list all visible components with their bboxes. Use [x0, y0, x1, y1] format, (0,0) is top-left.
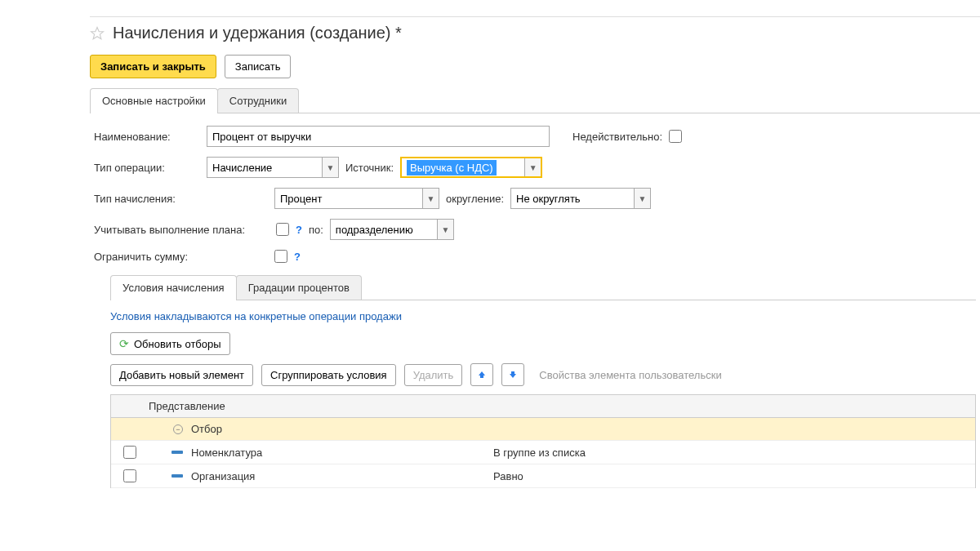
minus-icon: [172, 474, 183, 478]
arrow-up-icon: [477, 370, 487, 380]
table-row[interactable]: Организация Равно: [111, 464, 975, 488]
rounding-select[interactable]: ▼: [510, 188, 651, 209]
op-type-input[interactable]: [207, 158, 322, 177]
table-row-group[interactable]: − Отбор: [111, 418, 975, 441]
dropdown-icon[interactable]: ▼: [524, 158, 541, 176]
col-checkbox: [118, 400, 142, 412]
op-type-select[interactable]: ▼: [207, 157, 339, 178]
dropdown-icon[interactable]: ▼: [422, 189, 439, 208]
conditions-desc-link[interactable]: Условия накладываются на конкретные опер…: [110, 310, 402, 322]
tab-conditions[interactable]: Условия начисления: [110, 275, 237, 300]
sub-tabs: Условия начисления Градации процентов: [110, 275, 976, 300]
tab-main[interactable]: Основные настройки: [90, 88, 218, 113]
page-title: Начисления и удержания (создание) *: [113, 24, 402, 42]
plan-label: Учитывать выполнение плана:: [94, 224, 270, 236]
dropdown-icon[interactable]: ▼: [322, 158, 338, 177]
group-conditions-button[interactable]: Сгруппировать условия: [261, 364, 396, 386]
arrow-down-icon: [508, 370, 518, 380]
source-value: Выручка (с НДС): [407, 160, 497, 176]
tab-employees[interactable]: Сотрудники: [217, 88, 299, 113]
help-icon[interactable]: ?: [296, 224, 302, 236]
add-element-button[interactable]: Добавить новый элемент: [110, 364, 253, 386]
row-checkbox[interactable]: [123, 469, 136, 482]
row-checkbox[interactable]: [123, 446, 136, 459]
dropdown-icon[interactable]: ▼: [634, 189, 650, 208]
op-type-label: Тип операции:: [94, 162, 200, 174]
source-select[interactable]: Выручка (с НДС) ▼: [400, 157, 542, 178]
inactive-checkbox[interactable]: [669, 130, 682, 143]
by-label: по:: [309, 224, 323, 236]
favorite-icon[interactable]: [90, 26, 105, 41]
limit-checkbox[interactable]: [274, 250, 287, 263]
collapse-icon[interactable]: −: [173, 424, 183, 434]
help-icon[interactable]: ?: [294, 251, 301, 263]
source-label: Источник:: [345, 162, 394, 174]
table-row[interactable]: Номенклатура В группе из списка: [111, 441, 975, 464]
move-up-button[interactable]: [470, 363, 493, 386]
accrual-type-input[interactable]: [275, 189, 422, 208]
save-close-button[interactable]: Записать и закрыть: [90, 55, 216, 78]
name-input[interactable]: [207, 126, 550, 147]
minus-icon: [172, 451, 183, 454]
dropdown-icon[interactable]: ▼: [437, 220, 453, 239]
save-button[interactable]: Записать: [225, 55, 292, 78]
main-tabs: Основные настройки Сотрудники: [90, 88, 980, 113]
refresh-button[interactable]: ⟳ Обновить отборы: [110, 332, 230, 355]
limit-label: Ограничить сумму:: [94, 251, 200, 263]
move-down-button[interactable]: [501, 363, 524, 386]
tab-gradations[interactable]: Градации процентов: [236, 275, 362, 300]
props-label: Свойства элемента пользовательски: [539, 369, 721, 381]
accrual-type-select[interactable]: ▼: [274, 188, 439, 209]
by-input[interactable]: [331, 220, 437, 239]
plan-checkbox[interactable]: [276, 223, 289, 236]
rounding-label: округление:: [446, 193, 504, 205]
col-representation: Представление: [142, 400, 969, 412]
delete-button[interactable]: Удалить: [404, 364, 463, 386]
refresh-icon: ⟳: [119, 337, 129, 350]
conditions-table: Представление − Отбор Номенклатура В гру…: [110, 394, 976, 488]
accrual-type-label: Тип начисления:: [94, 193, 200, 205]
rounding-input[interactable]: [511, 189, 634, 208]
inactive-label: Недействительно:: [572, 131, 662, 143]
name-label: Наименование:: [94, 131, 200, 143]
by-select[interactable]: ▼: [330, 219, 454, 240]
